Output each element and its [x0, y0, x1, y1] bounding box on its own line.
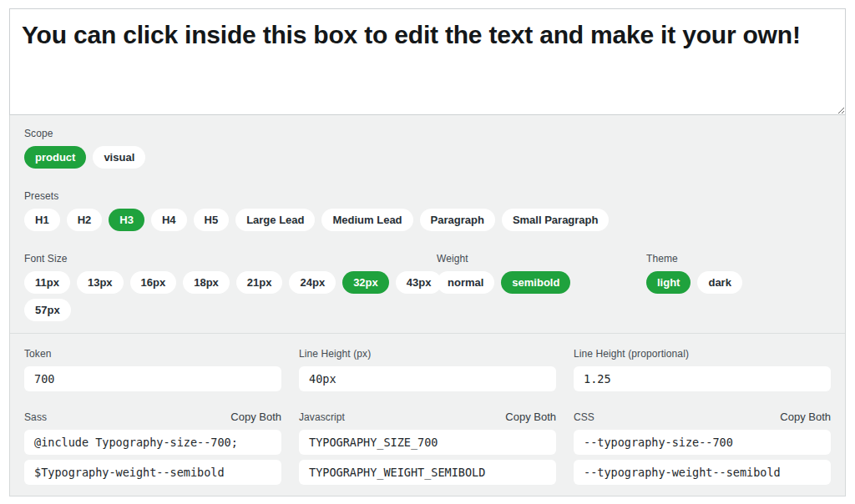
font-size-pill-57px[interactable]: 57px: [24, 299, 71, 321]
weight-pill-semibold[interactable]: semibold: [501, 271, 570, 294]
presets-pill-row: H1H2H3H4H5Large LeadMedium LeadParagraph…: [24, 209, 831, 231]
font-size-pill-43px[interactable]: 43px: [396, 271, 443, 294]
scope-pill-row: productvisual: [24, 146, 831, 169]
scope-pill-product[interactable]: product: [24, 146, 86, 169]
preset-pill-paragraph[interactable]: Paragraph: [420, 209, 495, 231]
scope-pill-visual[interactable]: visual: [93, 146, 145, 169]
panel-divider: [10, 333, 845, 334]
line-height-px-column: Line Height (px) 40px: [299, 348, 556, 391]
preset-pill-h2[interactable]: H2: [67, 209, 103, 231]
sass-size-token[interactable]: @include Typography-size--700;: [24, 430, 281, 455]
sass-copy-both-button[interactable]: Copy Both: [230, 411, 281, 423]
preset-pill-h4[interactable]: H4: [151, 209, 187, 231]
preset-pill-large-lead[interactable]: Large Lead: [235, 209, 315, 231]
typography-playground: You can click inside this box to edit th…: [0, 0, 855, 504]
theme-label: Theme: [646, 253, 831, 265]
font-size-group: Font Size 11px13px16px18px21px24px32px43…: [24, 253, 437, 321]
preset-pill-h3[interactable]: H3: [109, 209, 144, 231]
css-label: CSS: [574, 411, 594, 423]
scope-group: Scope productvisual: [24, 128, 831, 169]
css-weight-token[interactable]: --typography-weight--semibold: [574, 460, 831, 485]
scope-label: Scope: [24, 128, 831, 139]
preset-pill-small-paragraph[interactable]: Small Paragraph: [502, 209, 610, 231]
presets-label: Presets: [24, 190, 831, 202]
presets-group: Presets H1H2H3H4H5Large LeadMedium LeadP…: [24, 190, 831, 231]
token-label: Token: [24, 348, 52, 360]
theme-group: Theme lightdark: [646, 253, 831, 321]
weight-pill-row: normalsemibold: [437, 271, 646, 294]
weight-label: Weight: [437, 253, 646, 265]
css-copy-both-button[interactable]: Copy Both: [780, 411, 831, 423]
line-height-proportional-column: Line Height (proportional) 1.25: [574, 348, 831, 391]
javascript-column: Javascript Copy Both TYPOGRAPHY_SIZE_700…: [299, 411, 556, 485]
font-size-pill-16px[interactable]: 16px: [130, 271, 177, 294]
code-output-grid: Sass Copy Both @include Typography-size-…: [24, 411, 831, 485]
font-weight-theme-row: Font Size 11px13px16px18px21px24px32px43…: [24, 253, 831, 321]
font-size-pill-13px[interactable]: 13px: [77, 271, 124, 294]
theme-pill-row: lightdark: [646, 271, 831, 294]
weight-group: Weight normalsemibold: [437, 253, 646, 321]
javascript-weight-token[interactable]: TYPOGRAPHY_WEIGHT_SEMIBOLD: [299, 460, 556, 485]
line-height-px-label: Line Height (px): [299, 348, 371, 360]
css-size-token[interactable]: --typography-size--700: [574, 430, 831, 455]
font-size-pill-11px[interactable]: 11px: [24, 271, 70, 294]
preset-pill-medium-lead[interactable]: Medium Lead: [321, 209, 412, 231]
preset-pill-h5[interactable]: H5: [194, 209, 230, 231]
font-size-pill-21px[interactable]: 21px: [236, 271, 283, 294]
css-column: CSS Copy Both --typography-size--700 --t…: [574, 411, 831, 485]
preview-text-editor[interactable]: You can click inside this box to edit th…: [9, 8, 846, 115]
font-size-pill-32px[interactable]: 32px: [342, 271, 389, 294]
line-height-px-field[interactable]: 40px: [299, 366, 556, 391]
font-size-pill-row-1: 11px13px16px18px21px24px32px43px: [24, 271, 437, 294]
theme-pill-dark[interactable]: dark: [697, 271, 741, 294]
line-height-proportional-label: Line Height (proportional): [574, 348, 689, 360]
font-size-label: Font Size: [24, 253, 437, 265]
javascript-label: Javascript: [299, 411, 345, 423]
sass-column: Sass Copy Both @include Typography-size-…: [24, 411, 281, 485]
controls-panel: Scope productvisual Presets H1H2H3H4H5La…: [9, 115, 846, 496]
weight-pill-normal[interactable]: normal: [437, 271, 494, 294]
sass-weight-token[interactable]: $Typography-weight--semibold: [24, 460, 281, 485]
font-size-pill-24px[interactable]: 24px: [289, 271, 336, 294]
theme-pill-light[interactable]: light: [646, 271, 691, 294]
preset-pill-h1[interactable]: H1: [24, 209, 60, 231]
token-column: Token 700: [24, 348, 281, 391]
javascript-copy-both-button[interactable]: Copy Both: [505, 411, 556, 423]
token-value-field[interactable]: 700: [24, 366, 281, 391]
font-size-pill-18px[interactable]: 18px: [183, 271, 230, 294]
sass-label: Sass: [24, 411, 47, 423]
javascript-size-token[interactable]: TYPOGRAPHY_SIZE_700: [299, 430, 556, 455]
token-line-height-grid: Token 700 Line Height (px) 40px Line Hei…: [24, 348, 831, 391]
line-height-proportional-field[interactable]: 1.25: [574, 366, 831, 391]
font-size-pill-row-2: 57px: [24, 299, 437, 321]
